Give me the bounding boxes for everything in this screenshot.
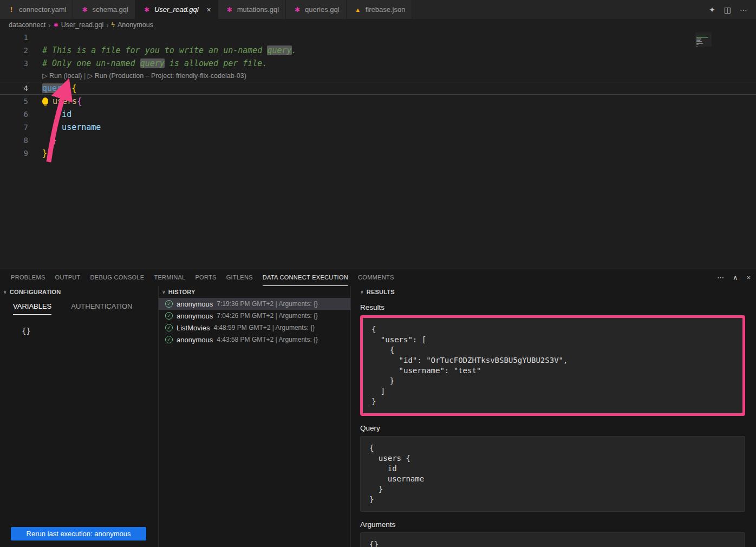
panel-tab-gitlens[interactable]: GITLENS	[226, 269, 253, 286]
line-number: 5	[0, 95, 28, 108]
copilot-sparkle-icon[interactable]: ✦	[709, 5, 715, 14]
tab-connector.yaml[interactable]: !connector.yaml	[0, 0, 73, 19]
history-header[interactable]: ∨ HISTORY	[159, 286, 350, 298]
line-content: # This is a file for you to write an un-…	[28, 44, 297, 57]
history-operation-name: anonymous	[177, 336, 213, 344]
line-number: 2	[0, 44, 28, 57]
line-content: users{	[28, 95, 82, 108]
graphql-icon: ✱	[143, 6, 151, 14]
code-line[interactable]: 7 username	[0, 121, 756, 134]
code-line[interactable]: 1	[0, 31, 756, 44]
code-editor[interactable]: 12# This is a file for you to write an u…	[0, 31, 756, 269]
line-number: 3	[0, 57, 28, 70]
breadcrumb-item[interactable]: dataconnect	[9, 21, 45, 29]
history-section: ∨ HISTORY ✓anonymous7:19:36 PM GMT+2 | A…	[159, 286, 351, 547]
arguments-box: {}	[360, 532, 745, 547]
history-item[interactable]: ✓anonymous4:43:58 PM GMT+2 | Arguments: …	[159, 334, 350, 346]
data-connect-execution-view: ∨ CONFIGURATION VARIABLES AUTHENTICATION…	[0, 286, 756, 547]
chevron-down-icon: ∨	[3, 289, 7, 295]
tab-variables[interactable]: VARIABLES	[13, 302, 51, 315]
panel-more-actions-icon[interactable]: ⋯	[717, 274, 724, 282]
line-content: username	[28, 121, 101, 134]
panel-tab-output[interactable]: OUTPUT	[55, 269, 81, 286]
code-line[interactable]: 8 }	[0, 134, 756, 147]
history-meta: 4:48:59 PM GMT+2 | Arguments: {}	[213, 324, 315, 331]
run-production-link[interactable]: ▷ Run (Production – Project: friendly-fl…	[88, 72, 246, 80]
line-number: 6	[0, 108, 28, 121]
breadcrumb-item[interactable]: Anonymous	[118, 21, 153, 29]
graphql-icon: ✱	[81, 6, 88, 14]
line-content: query {	[28, 82, 76, 95]
graphql-icon: ✱	[226, 6, 233, 14]
rerun-last-execution-button[interactable]: Rerun last execution: anonymous	[11, 527, 146, 541]
results-label: Results	[360, 303, 745, 311]
code-line[interactable]: 4query {	[0, 82, 756, 95]
code-line[interactable]: 9}	[0, 147, 756, 160]
panel-tab-ports[interactable]: PORTS	[195, 269, 216, 286]
configuration-tabs: VARIABLES AUTHENTICATION	[0, 298, 158, 315]
tab-label: queries.gql	[305, 5, 340, 14]
line-number: 4	[0, 82, 28, 95]
chevron-down-icon: ∨	[360, 289, 364, 295]
arguments-label: Arguments	[360, 520, 745, 529]
run-local-link[interactable]: ▷ Run (local)	[42, 72, 82, 80]
tab-schema.gql[interactable]: ✱schema.gql	[73, 0, 135, 19]
success-check-icon: ✓	[165, 336, 173, 343]
line-number: 9	[0, 147, 28, 160]
panel-maximize-icon[interactable]: ∧	[733, 274, 738, 282]
operation-icon: ϟ	[112, 21, 115, 29]
panel-tab-comments[interactable]: COMMENTS	[358, 269, 394, 286]
tab-label: mutations.gql	[237, 5, 279, 14]
history-operation-name: anonymous	[177, 312, 213, 320]
panel-tab-terminal[interactable]: TERMINAL	[154, 269, 185, 286]
line-content: }	[28, 147, 47, 160]
configuration-header[interactable]: ∨ CONFIGURATION	[0, 286, 158, 298]
variables-value[interactable]: {}	[22, 327, 158, 335]
tab-label: connector.yaml	[19, 5, 66, 14]
graphql-icon: ✱	[294, 6, 301, 14]
panel-tab-debug-console[interactable]: DEBUG CONSOLE	[90, 269, 145, 286]
tab-label: User_read.gql	[154, 5, 199, 14]
code-line[interactable]: 3# Only one un-named query is allowed pe…	[0, 57, 756, 70]
code-line[interactable]: 2# This is a file for you to write an un…	[0, 44, 756, 57]
editor-more-actions-icon[interactable]: ⋯	[740, 5, 747, 14]
tab-User_read.gql[interactable]: ✱User_read.gql×	[135, 0, 218, 19]
code-line[interactable]: 6 id	[0, 108, 756, 121]
panel-tab-data-connect-execution[interactable]: DATA CONNECT EXECUTION	[263, 269, 348, 286]
tab-label: firebase.json	[366, 5, 406, 14]
results-header[interactable]: ∨ RESULTS	[360, 286, 745, 298]
codelens: ▷ Run (local) | ▷ Run (Production – Proj…	[0, 70, 756, 82]
yaml-icon: !	[8, 6, 15, 14]
tab-authentication[interactable]: AUTHENTICATION	[71, 302, 132, 315]
line-content: id	[28, 108, 71, 121]
tab-mutations.gql[interactable]: ✱mutations.gql	[218, 0, 286, 19]
history-item[interactable]: ✓anonymous7:04:26 PM GMT+2 | Arguments: …	[159, 310, 350, 322]
history-item[interactable]: ✓ListMovies4:48:59 PM GMT+2 | Arguments:…	[159, 322, 350, 334]
breadcrumb-item[interactable]: User_read.gql	[61, 21, 104, 29]
line-number: 8	[0, 134, 28, 147]
chevron-down-icon: ∨	[162, 289, 166, 295]
history-item[interactable]: ✓anonymous7:19:36 PM GMT+2 | Arguments: …	[159, 298, 350, 310]
tab-queries.gql[interactable]: ✱queries.gql	[286, 0, 347, 19]
results-json-box: { "users": [ { "id": "OrTucFODZHTksvBSBU…	[360, 315, 745, 416]
split-editor-icon[interactable]: ◫	[724, 5, 731, 14]
query-label: Query	[360, 424, 745, 432]
line-content: # Only one un-named query is allowed per…	[28, 57, 267, 70]
tab-firebase.json[interactable]: ▲firebase.json	[347, 0, 413, 19]
lightbulb-icon[interactable]	[42, 97, 48, 105]
code-line[interactable]: 5users{	[0, 95, 756, 108]
query-box: { users { id username } }	[360, 436, 745, 512]
graphql-icon: ✱	[53, 22, 58, 29]
minimap[interactable]	[695, 32, 712, 47]
breadcrumb: dataconnect›✱User_read.gql›ϟAnonymous	[0, 19, 756, 31]
panel-tab-problems[interactable]: PROBLEMS	[11, 269, 45, 286]
history-title: HISTORY	[168, 289, 195, 295]
close-tab-icon[interactable]: ×	[207, 5, 211, 14]
editor-tab-actions: ✦ ◫ ⋯	[709, 0, 756, 19]
success-check-icon: ✓	[165, 312, 173, 320]
codelens-separator: |	[82, 72, 88, 80]
panel-close-icon[interactable]: ×	[746, 274, 751, 282]
tab-label: schema.gql	[92, 5, 128, 14]
bottom-panel: PROBLEMSOUTPUTDEBUG CONSOLETERMINALPORTS…	[0, 269, 756, 547]
panel-actions: ⋯ ∧ ×	[717, 269, 751, 286]
